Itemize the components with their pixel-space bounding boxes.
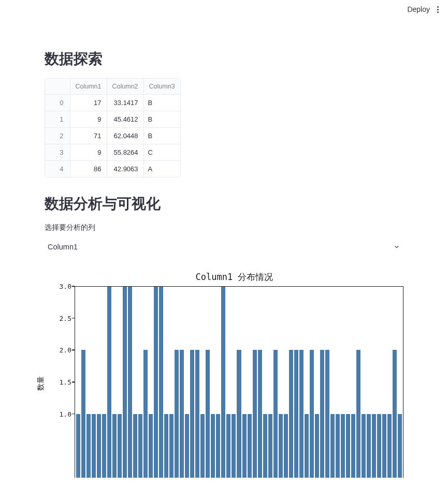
chart-ytick-label: 3.0 <box>60 283 71 290</box>
select-value: Column1 <box>48 243 78 251</box>
chart-bar <box>382 414 386 478</box>
chart-bar <box>372 414 376 478</box>
table-row[interactable]: 27162.0448B <box>45 128 180 144</box>
column-select[interactable]: Column1 <box>45 238 403 257</box>
heading-explore: 数据探索 <box>45 49 403 69</box>
chart-bar <box>112 414 117 478</box>
table-cell: 9 <box>70 111 107 128</box>
chart-bar <box>351 414 355 478</box>
chart-ylabel: 数量 <box>36 376 46 391</box>
chart-bar <box>216 414 220 478</box>
chart-ytick-label: 2.0 <box>60 346 71 354</box>
chart-bar <box>299 350 304 478</box>
chart-bar <box>97 414 101 478</box>
chart-bar <box>175 350 179 478</box>
chart-bar <box>226 414 230 478</box>
chart-bar <box>242 414 247 478</box>
chart-title: Column1 分布情况 <box>65 271 403 283</box>
chart-ytick-label: 1.0 <box>60 410 71 418</box>
table-cell: 1 <box>45 111 70 128</box>
chart-bar <box>279 414 283 478</box>
table-cell: 71 <box>70 128 107 144</box>
chart-container: Column1 分布情况 1.01.52.02.53.0 <box>45 271 403 478</box>
chart-bar <box>149 414 153 478</box>
chart-bar <box>315 414 319 478</box>
chart-plot-area <box>75 286 403 478</box>
chart-bar <box>268 414 272 478</box>
table-cell: 9 <box>70 144 107 161</box>
chart-bar <box>273 350 278 478</box>
chart-ytick-label: 1.5 <box>60 378 71 386</box>
chart-bar <box>138 414 142 478</box>
chart-bar <box>253 350 257 478</box>
chevron-down-icon <box>393 243 400 250</box>
chart-bar <box>123 286 127 478</box>
more-menu-icon[interactable] <box>437 6 439 13</box>
chart-bar <box>221 286 225 478</box>
table-cell: 0 <box>45 95 70 111</box>
chart-bar <box>294 350 298 478</box>
chart-bar <box>128 286 132 478</box>
chart-bar <box>107 286 111 478</box>
chart-bar <box>398 414 402 478</box>
chart-bars <box>75 286 403 478</box>
table-cell: 62.0448 <box>107 128 143 144</box>
chart-bar <box>258 350 262 478</box>
chart-bar <box>248 414 252 478</box>
chart-bar <box>310 350 314 478</box>
table-row[interactable]: 01733.1417B <box>45 95 180 111</box>
chart-yticks: 1.01.52.02.53.0 <box>45 286 75 478</box>
deploy-button[interactable]: Deploy <box>407 5 430 13</box>
chart-bar <box>263 414 267 478</box>
chart-bar <box>232 414 236 478</box>
table-header-col3: Column3 <box>143 79 180 95</box>
chart-bar <box>164 414 168 478</box>
chart-ytick-label: 2.5 <box>60 314 71 322</box>
chart-bar <box>195 350 199 478</box>
chart-bar <box>237 350 241 478</box>
table-cell: 3 <box>45 144 70 161</box>
table-row[interactable]: 48642.9063A <box>45 161 180 178</box>
chart-bar <box>289 350 293 478</box>
chart-bar <box>330 414 335 478</box>
table-header-col2: Column2 <box>107 79 143 95</box>
table-cell: B <box>143 95 180 111</box>
chart-bar <box>118 414 122 478</box>
chart-bar <box>206 350 210 478</box>
table-cell: 42.9063 <box>107 161 143 178</box>
main-content: 数据探索 Column1 Column2 Column3 01733.1417B… <box>0 0 448 478</box>
table-cell: 4 <box>45 161 70 178</box>
table-cell: B <box>143 128 180 144</box>
chart-bar <box>154 286 158 478</box>
chart-bar <box>362 414 366 478</box>
chart-bar <box>81 350 85 478</box>
table-cell: B <box>143 111 180 128</box>
table-cell: 55.8264 <box>107 144 143 161</box>
chart-bar <box>190 350 194 478</box>
chart-bar <box>200 414 205 478</box>
table-row[interactable]: 3955.8264C <box>45 144 180 161</box>
chart-bar <box>346 414 350 478</box>
table-header-index <box>45 79 70 95</box>
heading-analysis: 数据分析与可视化 <box>45 194 403 214</box>
chart-bar <box>305 414 309 478</box>
table-row[interactable]: 1945.4612B <box>45 111 180 128</box>
data-table[interactable]: Column1 Column2 Column3 01733.1417B1945.… <box>45 78 181 178</box>
table-cell: 45.4612 <box>107 111 143 128</box>
chart-bar <box>320 350 324 478</box>
chart-bar <box>143 350 148 478</box>
table-cell: 33.1417 <box>107 95 143 111</box>
chart-bar <box>367 414 371 478</box>
chart-bar <box>325 350 329 478</box>
table-header-col1: Column1 <box>70 79 107 95</box>
chart-bar <box>341 414 345 478</box>
chart-bar <box>133 414 137 478</box>
select-label: 选择要分析的列 <box>45 223 403 232</box>
chart-bar <box>86 414 91 478</box>
chart-bar <box>211 414 215 478</box>
table-cell: 86 <box>70 161 107 178</box>
chart-bar <box>387 414 392 478</box>
chart-bar <box>393 350 397 478</box>
table-cell: C <box>143 144 180 161</box>
chart-bar <box>159 286 163 478</box>
